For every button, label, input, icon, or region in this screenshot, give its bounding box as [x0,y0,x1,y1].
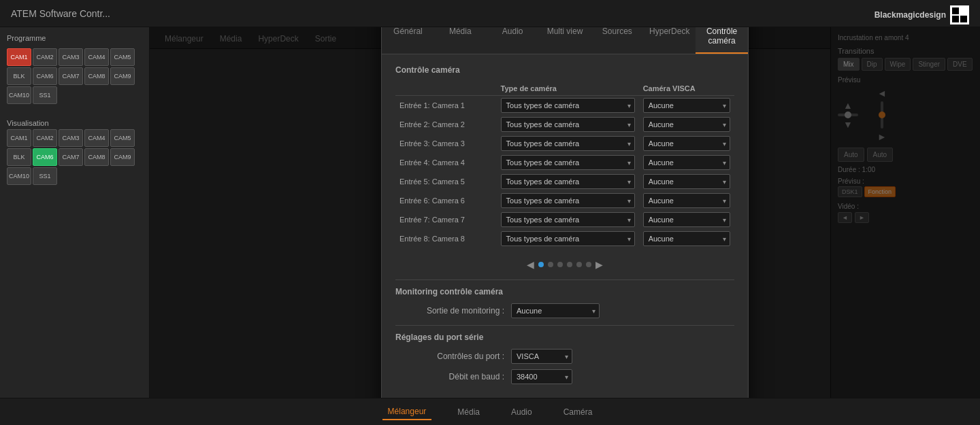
monitoring-select-wrap: Aucune [511,303,600,318]
col-type: Type de caméra [497,82,639,96]
programme-cam-2[interactable]: CAM2 [33,48,57,66]
camera-table: Type de caméra Caméra VISCA Entrée 1: Ca… [395,82,734,248]
monitoring-select[interactable]: Aucune [511,303,600,318]
vis-cam-10[interactable]: CAM10 [7,167,31,185]
programme-cam-4[interactable]: CAM4 [84,48,109,66]
pagination-dot-2[interactable] [548,262,553,267]
controls-select[interactable]: VISCA [511,349,572,364]
pagination: ◀ ▶ [395,259,734,270]
bottom-tab-audio[interactable]: Audio [506,405,538,420]
camera-visca-select-2: Aucune [639,115,734,134]
pagination-dot-6[interactable] [586,262,591,267]
programme-cam-6[interactable]: CAM6 [33,67,57,85]
camera-type-select-8: Tous types de caméra [497,229,639,248]
camera-entry-label-3: Entrée 3: Camera 3 [395,134,497,153]
camera-type-select-1: Tous types de caméra [497,96,639,116]
camera-type-select-5: Tous types de caméra [497,172,639,191]
camera-visca-dropdown-2[interactable]: Aucune [643,117,730,132]
controls-value: VISCA [517,352,539,360]
vis-cam-6[interactable]: CAM6 [33,148,57,166]
programme-cam-10[interactable]: CAM10 [7,86,31,104]
app-title: ATEM Software Contr... [11,8,110,19]
camera-entry-label-2: Entrée 2: Camera 2 [395,115,497,134]
camera-visca-dropdown-1[interactable]: Aucune [643,98,730,113]
logo-text: Blackmagicdesign [875,10,946,20]
dialog-tab-media[interactable]: Média [434,27,487,54]
programme-label: Programme [7,34,142,42]
camera-type-dropdown-5[interactable]: Tous types de caméra [501,174,635,189]
dialog-tabs: Général Média Audio Multi view Sources H… [382,27,748,54]
vis-ss1[interactable]: SS1 [33,167,57,185]
programme-cam-7[interactable]: CAM7 [59,67,83,85]
programme-cam-5[interactable]: CAM5 [110,48,135,66]
programme-cam-9[interactable]: CAM9 [110,67,135,85]
camera-type-dropdown-6[interactable]: Tous types de caméra [501,193,635,208]
vis-cam-5[interactable]: CAM5 [110,129,135,147]
programme-area: Programme CAM1 CAM2 CAM3 CAM4 CAM5 BLK C… [7,34,142,185]
dialog-tab-sources[interactable]: Sources [591,27,643,54]
camera-visca-dropdown-7[interactable]: Aucune [643,212,730,227]
col-visca: Caméra VISCA [639,82,734,96]
camera-type-dropdown-2[interactable]: Tous types de caméra [501,117,635,132]
pagination-dot-3[interactable] [557,262,563,267]
camera-type-select-2: Tous types de caméra [497,115,639,134]
programme-ss1[interactable]: SS1 [33,86,57,104]
section-monitoring-title: Monitoring contrôle caméra [395,287,734,296]
camera-row-6: Entrée 6: Camera 6Tous types de caméraAu… [395,191,734,210]
camera-visca-select-5: Aucune [639,172,734,191]
monitoring-value: Aucune [517,307,542,315]
baud-select[interactable]: 38400 [511,369,572,384]
controls-label: Contrôles du port : [395,352,504,361]
camera-visca-select-7: Aucune [639,210,734,229]
camera-type-dropdown-1[interactable]: Tous types de caméra [501,98,635,113]
pagination-next[interactable]: ▶ [595,259,603,270]
vis-cam-2[interactable]: CAM2 [33,129,57,147]
pagination-dot-4[interactable] [567,262,572,267]
controls-select-wrap: VISCA [511,349,572,364]
camera-visca-dropdown-6[interactable]: Aucune [643,193,730,208]
vis-cam-4[interactable]: CAM4 [84,129,109,147]
programme-blk-1[interactable]: BLK [7,67,31,85]
camera-type-select-7: Tous types de caméra [497,210,639,229]
vis-cam-9[interactable]: CAM9 [110,148,135,166]
bottom-bar: Mélangeur Média Audio Caméra [0,398,980,425]
programme-cam-3[interactable]: CAM3 [59,48,83,66]
camera-visca-dropdown-4[interactable]: Aucune [643,155,730,170]
bottom-tab-camera[interactable]: Caméra [558,405,598,420]
programme-cam-1[interactable]: CAM1 [7,48,31,66]
pagination-prev[interactable]: ◀ [527,259,534,270]
camera-type-dropdown-7[interactable]: Tous types de caméra [501,212,635,227]
camera-visca-dropdown-5[interactable]: Aucune [643,174,730,189]
bottom-tab-melangeur[interactable]: Mélangeur [382,404,432,420]
camera-type-dropdown-8[interactable]: Tous types de caméra [501,231,635,246]
baud-value: 38400 [517,373,538,381]
vis-cam-1[interactable]: CAM1 [7,129,31,147]
camera-visca-select-6: Aucune [639,191,734,210]
camera-type-select-3: Tous types de caméra [497,134,639,153]
pagination-dot-1[interactable] [538,262,544,267]
pagination-dot-5[interactable] [576,262,582,267]
dialog-tab-multiview[interactable]: Multi view [539,27,591,54]
programme-cam-8[interactable]: CAM8 [84,67,109,85]
vis-cam-3[interactable]: CAM3 [59,129,83,147]
vis-blk[interactable]: BLK [7,148,31,166]
dialog-tab-audio[interactable]: Audio [487,27,539,54]
vis-cam-8[interactable]: CAM8 [84,148,109,166]
camera-visca-dropdown-8[interactable]: Aucune [643,231,730,246]
dialog-tab-general[interactable]: Général [382,27,434,54]
bottom-tab-media[interactable]: Média [452,405,485,420]
camera-row-4: Entrée 4: Camera 4Tous types de caméraAu… [395,153,734,172]
camera-visca-select-4: Aucune [639,153,734,172]
camera-visca-select-3: Aucune [639,134,734,153]
programme-cam-grid: CAM1 CAM2 CAM3 CAM4 CAM5 BLK CAM6 CAM7 C… [7,48,142,104]
camera-visca-dropdown-3[interactable]: Aucune [643,136,730,151]
camera-row-2: Entrée 2: Camera 2Tous types de caméraAu… [395,115,734,134]
sidebar: Programme CAM1 CAM2 CAM3 CAM4 CAM5 BLK C… [0,27,150,398]
camera-type-dropdown-3[interactable]: Tous types de caméra [501,136,635,151]
camera-type-dropdown-4[interactable]: Tous types de caméra [501,155,635,170]
dialog-tab-camera-control[interactable]: Contrôle caméra [696,27,748,54]
camera-entry-label-5: Entrée 5: Camera 5 [395,172,497,191]
vis-cam-7[interactable]: CAM7 [59,148,83,166]
camera-entry-label-4: Entrée 4: Camera 4 [395,153,497,172]
dialog-tab-hyperdeck[interactable]: HyperDeck [643,27,696,54]
